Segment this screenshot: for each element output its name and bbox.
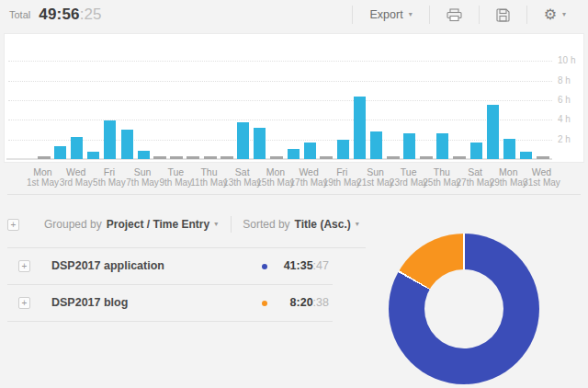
total-summary: Total 49:56:25 [9, 0, 101, 29]
bar-day-17[interactable] [304, 143, 316, 159]
bar-day-5[interactable] [104, 120, 116, 159]
zero-marker-day-9 [170, 156, 183, 159]
project-time: 8:20:38 [290, 296, 329, 309]
list-divider [7, 247, 366, 248]
bar-day-4[interactable] [87, 152, 99, 160]
chevron-down-icon: ▾ [409, 11, 413, 18]
gridline [8, 81, 552, 82]
donut-chart[interactable] [389, 234, 539, 384]
bar-day-2[interactable] [54, 146, 66, 159]
controls-divider [231, 216, 232, 233]
bar-day-30[interactable] [520, 152, 532, 160]
bar-day-6[interactable] [121, 130, 133, 159]
project-title: DSP2017 application [51, 259, 164, 272]
save-icon [496, 8, 510, 22]
export-label: Export [369, 8, 402, 21]
header-bar: Total 49:56:25 Export ▾ [0, 0, 588, 29]
settings-button[interactable]: ⚙ ▾ [527, 0, 582, 29]
total-label: Total [9, 9, 30, 20]
bar-day-20[interactable] [354, 97, 366, 159]
zero-marker-day-31 [537, 156, 549, 159]
series-color-dot [262, 301, 267, 306]
zero-marker-day-22 [387, 156, 400, 159]
plus-icon: + [11, 220, 17, 230]
bar-day-25[interactable] [436, 133, 448, 159]
bar-day-21[interactable] [370, 131, 382, 159]
gridline [8, 61, 552, 62]
zero-marker-day-12 [220, 156, 233, 159]
project-row-dsp2017-application[interactable]: + DSP2017 application 41:35:47 [7, 250, 333, 283]
export-button[interactable]: Export ▾ [353, 0, 428, 29]
zero-marker-day-26 [453, 156, 466, 159]
series-color-dot [262, 264, 267, 269]
y-axis-tick-label: 8 h [558, 75, 588, 86]
grouped-by-label: Grouped by [44, 218, 102, 231]
printer-icon [447, 8, 462, 22]
donut-hole [424, 269, 503, 348]
plus-icon: + [22, 261, 28, 271]
gear-icon: ⚙ [544, 7, 557, 22]
total-time: 49:56:25 [39, 6, 101, 24]
grouped-by-dropdown[interactable]: Grouped by Project / Time Entry ▾ [44, 218, 218, 231]
bar-day-29[interactable] [503, 139, 515, 159]
save-button[interactable] [480, 0, 526, 29]
zero-marker-day-18 [320, 156, 333, 159]
grouped-by-value: Project / Time Entry [107, 218, 209, 231]
daily-bar-chart: 2 h4 h6 h8 h10 h [4, 33, 584, 163]
y-axis-tick-label: 4 h [558, 114, 588, 124]
bar-day-23[interactable] [403, 133, 415, 159]
sorted-by-value: Title (Asc.) [295, 218, 351, 231]
bar-day-7[interactable] [138, 151, 150, 159]
bar-day-3[interactable] [71, 137, 83, 160]
chevron-down-icon: ▾ [214, 221, 218, 228]
y-axis-tick-label: 10 h [558, 55, 588, 65]
gridline [8, 140, 552, 141]
bar-day-27[interactable] [470, 143, 482, 159]
chevron-down-icon: ▾ [356, 221, 359, 228]
list-divider [7, 321, 333, 322]
sorted-by-label: Sorted by [243, 218, 289, 231]
bar-day-19[interactable] [337, 140, 349, 159]
toolbar: Export ▾ [352, 0, 582, 29]
x-axis-tick-label: Wed31st May [513, 166, 571, 188]
project-row-dsp2017-blog[interactable]: + DSP2017 blog 8:20:38 [7, 287, 333, 320]
gridline [8, 120, 552, 120]
expand-row-button[interactable]: + [18, 260, 30, 272]
bar-day-13[interactable] [237, 122, 249, 159]
expand-all-button[interactable]: + [7, 219, 19, 231]
gridline [8, 100, 552, 101]
zero-marker-day-8 [153, 156, 166, 159]
zero-marker-day-24 [420, 156, 433, 159]
list-divider [7, 284, 333, 285]
bar-day-16[interactable] [288, 149, 300, 159]
plus-icon: + [22, 298, 28, 308]
zero-marker-day-15 [270, 156, 283, 159]
report-controls: + Grouped by Project / Time Entry ▾ Sort… [7, 213, 359, 235]
chevron-down-icon: ▾ [562, 11, 566, 18]
time-report-page: Total 49:56:25 Export ▾ [0, 0, 588, 388]
bar-day-14[interactable] [254, 128, 266, 159]
bar-chart-x-axis: Mon1st MayWed3rd MayFri5th MaySun7th May… [4, 166, 584, 192]
y-axis-tick-label: 6 h [558, 95, 588, 105]
zero-marker-day-11 [204, 156, 217, 159]
print-button[interactable] [430, 0, 479, 29]
y-axis-tick-label: 2 h [558, 134, 588, 144]
project-time: 41:35:47 [284, 259, 329, 272]
project-title: DSP2017 blog [51, 296, 128, 309]
zero-marker-day-1 [38, 156, 51, 159]
section-divider [7, 194, 581, 195]
bar-day-28[interactable] [487, 105, 499, 159]
sorted-by-dropdown[interactable]: Sorted by Title (Asc.) ▾ [243, 218, 359, 231]
zero-marker-day-10 [187, 156, 199, 159]
expand-row-button[interactable]: + [18, 297, 30, 309]
